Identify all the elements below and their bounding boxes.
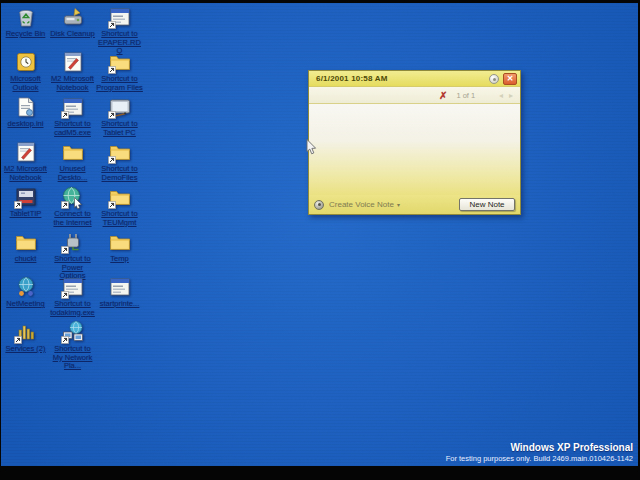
desktop-icon-label: Shortcut to Program Files xyxy=(96,75,143,92)
caret-down-icon: ▾ xyxy=(397,201,400,208)
desktop-icon[interactable]: Services (2) xyxy=(2,320,49,365)
desktop-icon-label: Shortcut to cadM5.exe xyxy=(49,120,96,137)
desktop-icon-label: Shortcut to TEUMgmt xyxy=(96,210,143,227)
voice-record-icon xyxy=(314,200,324,210)
shortcut-arrow-icon xyxy=(61,336,69,344)
ini-file-icon xyxy=(14,95,38,119)
power-icon xyxy=(61,230,85,254)
shortcut-arrow-icon xyxy=(108,156,116,164)
desktop-icon[interactable]: M2 Microsoft Notebook xyxy=(49,50,96,95)
page-indicator: 1 of 1 xyxy=(456,91,475,100)
folder-icon xyxy=(14,230,38,254)
folder-icon xyxy=(108,140,132,164)
desktop-icon[interactable]: Shortcut to Program Files xyxy=(96,50,143,95)
app-window-icon xyxy=(61,95,85,119)
folder-icon xyxy=(108,230,132,254)
internet-icon xyxy=(61,185,85,209)
tablet-pc-icon xyxy=(108,95,132,119)
desktop-icon-label: Shortcut to todakimg.exe xyxy=(49,300,96,317)
desktop-icon-label: chuckt xyxy=(15,255,37,264)
services-icon xyxy=(14,320,38,344)
desktop-icon[interactable]: Shortcut to EPAPER.RDQ xyxy=(96,5,143,50)
delete-note-button[interactable]: ✗ xyxy=(439,90,447,101)
desktop-icon[interactable]: Shortcut to todakimg.exe xyxy=(49,275,96,320)
app-window-icon xyxy=(108,5,132,29)
watermark-edition: Windows XP Professional xyxy=(446,442,633,453)
desktop-icon[interactable]: Recycle Bin xyxy=(2,5,49,50)
desktop-icon-label: Disk Cleanup xyxy=(50,30,95,39)
desktop-icon-label: Services (2) xyxy=(5,345,45,354)
desktop-icon[interactable]: Shortcut to Tablet PC xyxy=(96,95,143,140)
previous-note-button[interactable]: ◂ xyxy=(499,91,503,100)
close-button[interactable]: ✕ xyxy=(503,73,517,85)
desktop-icon[interactable]: Disk Cleanup xyxy=(49,5,96,50)
desktop-icon-label: Connect to the Internet xyxy=(49,210,96,227)
network-icon xyxy=(61,320,85,344)
desktop-icon[interactable]: Unused Deskto... xyxy=(49,140,96,185)
note-navigation: ◂ ▸ xyxy=(499,91,513,100)
desktop-icon[interactable]: Shortcut to My Network Pla... xyxy=(49,320,96,365)
desktop-icon[interactable]: NetMeeting xyxy=(2,275,49,320)
create-voice-note-label: Create Voice Note xyxy=(329,200,394,209)
desktop-icon[interactable]: Shortcut to TEUMgmt xyxy=(96,185,143,230)
shortcut-arrow-icon xyxy=(108,21,116,29)
shortcut-arrow-icon xyxy=(61,201,69,209)
note-title: 6/1/2001 10:58 AM xyxy=(316,74,489,83)
desktop-icon[interactable]: Temp xyxy=(96,230,143,275)
desktop-icon-label: Shortcut to Tablet PC xyxy=(96,120,143,137)
desktop-icon-label: startprinte... xyxy=(100,300,140,309)
shortcut-arrow-icon xyxy=(61,246,69,254)
watermark-build: For testing purposes only. Build 2469.ma… xyxy=(446,454,633,463)
sticky-notes-window: 6/1/2001 10:58 AM ✕ ✗ 1 of 1 ◂ ▸ Create … xyxy=(308,70,521,215)
app-window-icon xyxy=(61,275,85,299)
next-note-button[interactable]: ▸ xyxy=(509,91,513,100)
build-watermark: Windows XP Professional For testing purp… xyxy=(446,442,633,463)
desktop-icon-label: Shortcut to My Network Pla... xyxy=(49,345,96,371)
note-canvas[interactable] xyxy=(309,104,520,195)
desktop-icon[interactable]: M2 Microsoft Notebook xyxy=(2,140,49,185)
desktop-icon-label: Temp xyxy=(110,255,128,264)
tablet-tip-icon xyxy=(14,185,38,209)
desktop-icon[interactable]: TabletTIP xyxy=(2,185,49,230)
shortcut-arrow-icon xyxy=(14,336,22,344)
new-note-button[interactable]: New Note xyxy=(459,198,515,211)
desktop-icon[interactable]: Shortcut to DemoFiles xyxy=(96,140,143,185)
shortcut-arrow-icon xyxy=(14,201,22,209)
letterbox-bottom xyxy=(0,466,640,480)
desktop-surface[interactable]: Recycle Bin Disk Cleanup Shortcut to EPA… xyxy=(1,3,638,466)
shortcut-arrow-icon xyxy=(61,111,69,119)
desktop-icon[interactable]: Connect to the Internet xyxy=(49,185,96,230)
outlook-icon xyxy=(14,50,38,74)
desktop-icon-label: Unused Deskto... xyxy=(49,165,96,182)
desktop-icon[interactable]: startprinte... xyxy=(96,275,143,320)
create-voice-note-button[interactable]: Create Voice Note ▾ xyxy=(314,200,400,210)
desktop-icon[interactable]: Shortcut to Power Options xyxy=(49,230,96,275)
shortcut-arrow-icon xyxy=(108,111,116,119)
desktop-icon[interactable]: Shortcut to cadM5.exe xyxy=(49,95,96,140)
shortcut-arrow-icon xyxy=(61,291,69,299)
desktop-icon-label: Microsoft Outlook xyxy=(2,75,49,92)
desktop-icon-grid: Recycle Bin Disk Cleanup Shortcut to EPA… xyxy=(2,5,143,365)
shortcut-arrow-icon xyxy=(108,66,116,74)
note-footer: Create Voice Note ▾ New Note xyxy=(309,195,520,214)
note-toolbar: ✗ 1 of 1 ◂ ▸ xyxy=(309,87,520,104)
desktop-icon-label: TabletTIP xyxy=(10,210,42,219)
rollup-button[interactable] xyxy=(489,74,499,84)
recycle-bin-icon xyxy=(14,5,38,29)
desktop-icon[interactable]: Microsoft Outlook xyxy=(2,50,49,95)
note-title-bar[interactable]: 6/1/2001 10:58 AM ✕ xyxy=(309,71,520,87)
desktop-icon-label: M2 Microsoft Notebook xyxy=(49,75,96,92)
shortcut-arrow-icon xyxy=(108,201,116,209)
desktop-icon[interactable]: desktop.ini xyxy=(2,95,49,140)
folder-icon xyxy=(108,50,132,74)
desktop-icon-label: Shortcut to DemoFiles xyxy=(96,165,143,182)
folder-icon xyxy=(61,140,85,164)
disk-cleanup-icon xyxy=(61,5,85,29)
app-window-icon xyxy=(108,275,132,299)
netmeeting-icon xyxy=(14,275,38,299)
desktop-icon[interactable]: chuckt xyxy=(2,230,49,275)
desktop-icon-label: M2 Microsoft Notebook xyxy=(2,165,49,182)
folder-icon xyxy=(108,185,132,209)
notebook-app-icon xyxy=(14,140,38,164)
desktop-icon-label: Recycle Bin xyxy=(6,30,46,39)
